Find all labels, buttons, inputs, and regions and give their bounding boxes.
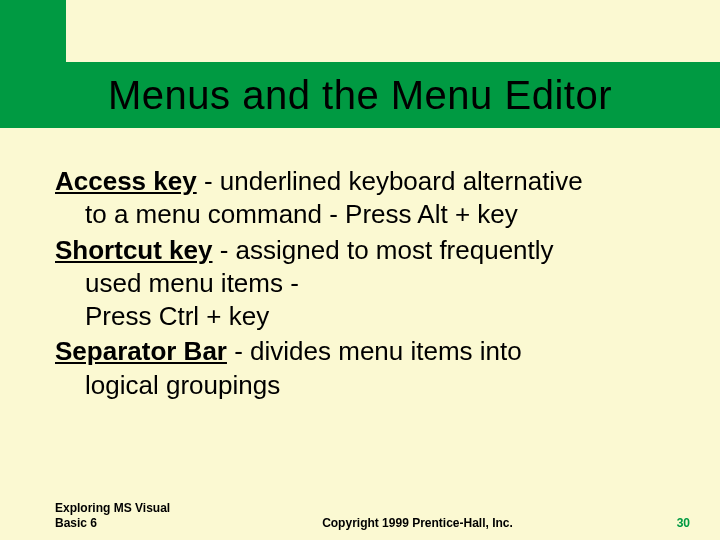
definition-separator-bar: Separator Bar - divides menu items into … [55,335,670,402]
slide-title: Menus and the Menu Editor [108,73,612,118]
footer-left: Exploring MS Visual Basic 6 [55,501,205,530]
footer-source-line1: Exploring MS Visual [55,501,205,515]
term-separator-bar: Separator Bar [55,336,227,366]
def-text-cont: used menu items - [55,267,670,300]
definition-shortcut-key: Shortcut key - assigned to most frequent… [55,234,670,334]
definition-access-key: Access key - underlined keyboard alterna… [55,165,670,232]
def-text: - underlined keyboard alternative [197,166,583,196]
def-text-cont: to a menu command - Press Alt + key [55,198,670,231]
term-access-key: Access key [55,166,197,196]
title-bar: Menus and the Menu Editor [0,62,720,128]
accent-block [0,0,66,62]
slide-footer: Exploring MS Visual Basic 6 Copyright 19… [55,501,690,530]
def-text: - divides menu items into [227,336,522,366]
page-number: 30 [630,516,690,530]
footer-copyright: Copyright 1999 Prentice-Hall, Inc. [205,516,630,530]
def-text: - assigned to most frequently [213,235,554,265]
footer-source-line2: Basic 6 [55,516,205,530]
def-text-cont: logical groupings [55,369,670,402]
term-shortcut-key: Shortcut key [55,235,213,265]
slide-body: Access key - underlined keyboard alterna… [55,165,670,404]
def-text-cont: Press Ctrl + key [55,300,670,333]
